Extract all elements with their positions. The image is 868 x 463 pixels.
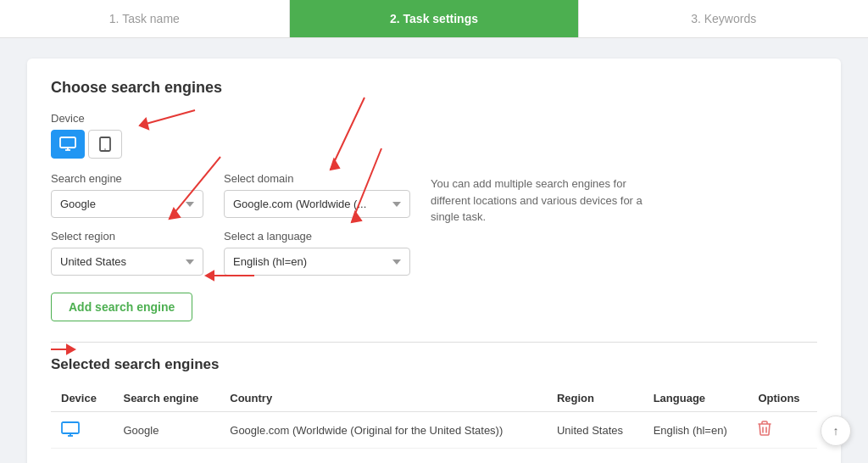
tablet-device-btn[interactable] (88, 130, 122, 159)
select-domain-label: Select domain (224, 172, 410, 185)
add-search-engine-button[interactable]: Add search engine (51, 293, 192, 321)
device-buttons (51, 130, 817, 159)
row-region: United States (547, 412, 643, 449)
svg-point-4 (104, 148, 106, 150)
device-label: Device (51, 112, 817, 125)
add-btn-label: Add search engine (69, 300, 175, 314)
fields-row: Search engine Google Select region Unite… (51, 172, 817, 276)
svg-rect-5 (62, 422, 79, 433)
tab-bar: 1. Task name 2. Task settings 3. Keyword… (0, 0, 868, 38)
row-search-engine: Google (113, 412, 220, 449)
select-domain-group: Select domain Google.com (Worldwide (... (224, 172, 410, 218)
right-col: Select domain Google.com (Worldwide (...… (224, 172, 410, 276)
selected-section-title: Selected search engines (51, 356, 817, 373)
monitor-icon (59, 137, 76, 152)
scroll-top-icon: ↑ (833, 424, 839, 438)
select-language-label: Select a language (224, 230, 410, 243)
row-device-icon (51, 412, 113, 449)
row-country: Google.com (Worldwide (Original for the … (220, 412, 547, 449)
scroll-top-button[interactable]: ↑ (821, 416, 851, 446)
info-text: You can add multiple search engines for … (431, 172, 668, 276)
content-wrapper: Choose search engines Device (27, 59, 841, 463)
tablet-icon (99, 137, 111, 152)
tab-task-settings[interactable]: 2. Task settings (290, 0, 580, 37)
select-region-label: Select region (51, 230, 203, 243)
col-country: Country (220, 385, 547, 412)
select-language-group: Select a language English (hl=en) (224, 230, 410, 276)
tab-task-name[interactable]: 1. Task name (0, 0, 290, 37)
divider (51, 342, 817, 343)
search-engine-label: Search engine (51, 172, 203, 185)
section-title: Choose search engines (51, 79, 817, 97)
engines-table: Device Search engine Country Region Lang… (51, 385, 817, 449)
select-language-select[interactable]: English (hl=en) (224, 248, 410, 276)
select-region-select[interactable]: United States (51, 248, 203, 276)
desktop-device-btn[interactable] (51, 130, 85, 159)
col-language: Language (643, 385, 748, 412)
monitor-table-icon (61, 421, 80, 437)
search-engine-select[interactable]: Google (51, 190, 203, 218)
table-header: Device Search engine Country Region Lang… (51, 385, 817, 412)
col-region: Region (547, 385, 643, 412)
search-engine-group: Search engine Google (51, 172, 203, 218)
svg-rect-0 (60, 137, 75, 148)
delete-icon[interactable] (758, 424, 771, 438)
row-options[interactable] (748, 412, 817, 449)
col-device: Device (51, 385, 113, 412)
tab-keywords[interactable]: 3. Keywords (579, 0, 868, 37)
main-content: Choose search engines Device (0, 38, 868, 463)
select-domain-select[interactable]: Google.com (Worldwide (... (224, 190, 410, 218)
select-region-group: Select region United States (51, 230, 203, 276)
table-body: Google Google.com (Worldwide (Original f… (51, 412, 817, 449)
col-search-engine: Search engine (113, 385, 220, 412)
col-options: Options (748, 385, 817, 412)
table-row: Google Google.com (Worldwide (Original f… (51, 412, 817, 449)
left-col: Search engine Google Select region Unite… (51, 172, 203, 276)
row-language: English (hl=en) (643, 412, 748, 449)
